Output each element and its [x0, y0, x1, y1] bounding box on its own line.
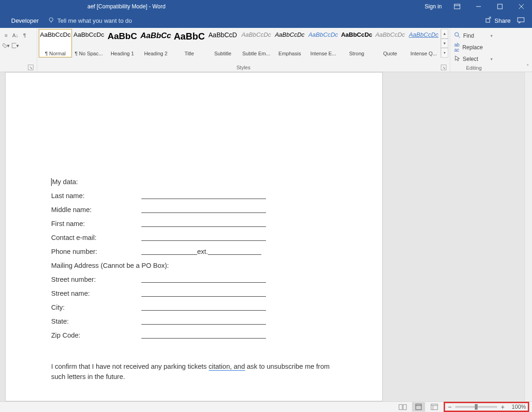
document-page[interactable]: My data: Last name: Middle name: First n… — [5, 72, 383, 401]
zoom-control-highlighted: − + 100% — [444, 402, 529, 412]
style-item[interactable]: AaBbCcDcEmphasis — [273, 29, 306, 58]
find-button[interactable]: Find ▼ — [454, 31, 493, 41]
field-middle-name — [141, 206, 266, 213]
sort-icon[interactable]: A↓ — [12, 32, 19, 39]
collapse-ribbon-button[interactable]: ˄ — [526, 64, 529, 70]
ribbon-display-options-button[interactable] — [446, 0, 468, 13]
grammar-flag[interactable]: citation, and — [209, 363, 245, 371]
styles-gallery-scroll: ▲ ▼ ▾ — [440, 29, 448, 58]
label-zip: Zip Code: — [51, 332, 141, 339]
style-sample: AaBbCcDc — [308, 31, 338, 38]
align-left-icon[interactable]: ≡ — [2, 32, 10, 39]
style-name: Heading 1 — [107, 51, 138, 56]
share-icon — [485, 17, 492, 25]
share-label: Share — [494, 17, 511, 24]
sign-in-link[interactable]: Sign in — [420, 3, 446, 10]
style-name: Quote — [375, 51, 406, 56]
maximize-button[interactable] — [489, 0, 511, 13]
editing-group: Find ▼ abac Replace Select ▼ — [452, 29, 496, 64]
label-contact-email: Contact e-mail: — [51, 234, 141, 241]
styles-dialog-launcher[interactable]: ↘ — [441, 65, 446, 70]
comments-button[interactable] — [513, 14, 528, 27]
paragraph-marks-icon[interactable]: ¶ — [21, 32, 28, 39]
style-sample: AaBbC — [107, 31, 137, 41]
zoom-out-button[interactable]: − — [447, 403, 452, 411]
ribbon-tabs: Developer Tell me what you want to do Sh… — [0, 13, 532, 28]
style-name: Strong — [341, 51, 372, 56]
field-street-name — [141, 290, 266, 297]
label-street-number: Street number: — [51, 276, 141, 283]
label-ext: ext. — [197, 248, 208, 255]
replace-label: Replace — [462, 44, 483, 51]
read-mode-button[interactable] — [396, 402, 409, 412]
style-item[interactable]: AaBbCcDc¶ Normal — [39, 29, 72, 58]
field-ext — [208, 248, 261, 255]
label-street-name: Street name: — [51, 290, 141, 297]
cursor-icon — [454, 55, 460, 63]
style-sample: AaBbCcDc — [375, 31, 405, 38]
tab-developer[interactable]: Developer — [6, 13, 44, 28]
paragraph-group-label: ↘ — [1, 69, 35, 72]
style-item[interactable]: AaBbCHeading 1 — [106, 29, 139, 58]
style-item[interactable]: AaBbCcDcSubtle Em... — [239, 29, 273, 58]
close-button[interactable] — [511, 0, 532, 13]
style-item[interactable]: AaBbCcDcQuote — [373, 29, 407, 58]
style-name: ¶ No Spac... — [73, 51, 104, 56]
style-name: Subtle Em... — [241, 51, 272, 56]
svg-rect-10 — [12, 43, 16, 48]
editing-group-label: Editing — [452, 64, 496, 72]
zoom-slider[interactable] — [455, 406, 497, 408]
tab-partial[interactable] — [0, 13, 6, 28]
confirm-paragraph: I confirm that I have not received any p… — [51, 362, 337, 382]
style-name: Intense Q... — [408, 51, 439, 56]
minimize-button[interactable] — [468, 0, 489, 13]
zoom-slider-thumb[interactable] — [475, 404, 478, 410]
svg-rect-3 — [498, 4, 502, 9]
share-button[interactable]: Share — [482, 17, 513, 25]
replace-button[interactable]: abac Replace — [454, 42, 493, 53]
style-item[interactable]: AaBbCcDcIntense E... — [306, 29, 340, 58]
borders-icon[interactable]: ▾ — [12, 42, 19, 49]
style-name: Intense E... — [308, 51, 339, 56]
select-label: Select — [463, 56, 478, 62]
style-item[interactable]: AaBbCcDcIntense Q... — [407, 29, 440, 58]
paragraph-dialog-launcher[interactable]: ↘ — [28, 65, 33, 70]
print-layout-button[interactable] — [412, 402, 425, 412]
zoom-in-button[interactable]: + — [500, 403, 505, 411]
select-button[interactable]: Select ▼ — [454, 54, 493, 64]
style-item[interactable]: AaBbCcHeading 2 — [139, 29, 173, 58]
paragraph-tools: ≡ A↓ ¶ ▾ ▾ — [1, 29, 38, 52]
tell-me-search[interactable]: Tell me what you want to do — [44, 17, 132, 25]
shading-icon[interactable]: ▾ — [2, 42, 10, 49]
search-icon — [454, 32, 460, 40]
document-area: My data: Last name: Middle name: First n… — [0, 72, 532, 401]
zoom-level[interactable]: 100% — [508, 404, 526, 410]
ribbon: ≡ A↓ ¶ ▾ ▾ ↘ AaBbCcDc¶ NormalAaBbCcDc¶ N… — [0, 28, 532, 72]
style-sample: AaBbCcDc — [241, 31, 271, 38]
label-first-name: First name: — [51, 220, 141, 227]
gallery-more-button[interactable]: ▾ — [441, 48, 448, 58]
svg-rect-17 — [431, 404, 438, 410]
find-label: Find — [463, 33, 474, 39]
styles-group-label: Styles ↘ — [39, 64, 448, 72]
gallery-scroll-down[interactable]: ▼ — [441, 39, 448, 48]
style-sample: AaBbCcDc — [409, 31, 439, 38]
style-item[interactable]: AaBbCTitle — [173, 29, 206, 58]
status-bar: − + 100% — [0, 401, 532, 412]
style-item[interactable]: AaBbCcDSubtitle — [206, 29, 239, 58]
style-item[interactable]: AaBbCcDcStrong — [340, 29, 373, 58]
style-sample: AaBbCcD — [208, 31, 237, 39]
vertical-scrollbar[interactable] — [525, 72, 532, 401]
svg-rect-15 — [416, 404, 421, 410]
svg-rect-8 — [486, 19, 490, 22]
field-zip — [141, 332, 266, 339]
field-first-name — [141, 220, 266, 227]
style-sample: AaBbCc — [140, 31, 171, 40]
styles-gallery[interactable]: AaBbCcDc¶ NormalAaBbCcDc¶ No Spac...AaBb… — [39, 29, 440, 58]
style-sample: AaBbC — [174, 31, 205, 42]
style-item[interactable]: AaBbCcDc¶ No Spac... — [72, 29, 106, 58]
style-name: Title — [174, 51, 205, 56]
label-mailing: Mailing Address (Cannot be a PO Box): — [51, 262, 169, 269]
web-layout-button[interactable] — [428, 402, 441, 412]
gallery-scroll-up[interactable]: ▲ — [441, 29, 448, 39]
